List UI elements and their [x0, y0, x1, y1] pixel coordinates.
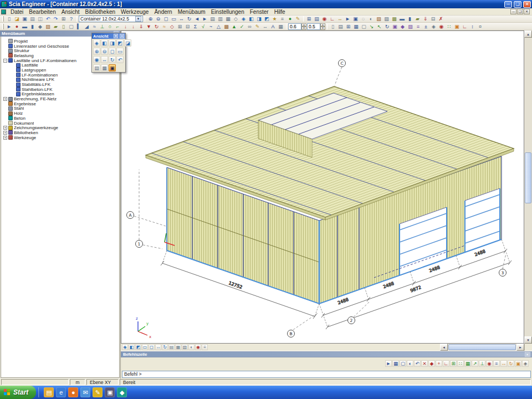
- internet-explorer-icon[interactable]: e: [56, 387, 66, 397]
- tree-item-beton[interactable]: Beton: [1, 116, 119, 121]
- libraries-icon[interactable]: ▣: [391, 23, 398, 30]
- import-icon[interactable]: ↖: [376, 23, 383, 30]
- close-button[interactable]: ✕: [523, 1, 531, 8]
- preview-icon[interactable]: ▤: [337, 23, 344, 30]
- snap-endpoint-icon[interactable]: ✕: [421, 360, 428, 367]
- zoom-selection-icon[interactable]: ◉: [93, 56, 100, 63]
- moment-load-icon[interactable]: ↻: [153, 23, 160, 30]
- menu-aendern[interactable]: Ändern: [151, 9, 175, 15]
- wireframe-icon[interactable]: ▤: [168, 344, 175, 350]
- undo-icon[interactable]: ↶: [44, 16, 52, 22]
- dimension-line-icon[interactable]: ↔: [262, 23, 269, 30]
- connection-icon[interactable]: ∞: [246, 23, 253, 30]
- view-xz-icon[interactable]: ◧: [101, 39, 108, 47]
- scroll-right-icon[interactable]: ►: [516, 344, 524, 351]
- explorer-icon[interactable]: ▤: [44, 387, 54, 397]
- chevron-down-icon[interactable]: ▼: [114, 34, 118, 38]
- measure-icon[interactable]: ↔: [336, 16, 344, 22]
- zoom-all-icon[interactable]: ▭: [116, 48, 124, 55]
- column-icon[interactable]: ▮: [406, 16, 413, 22]
- zoom-window-icon[interactable]: ◻: [149, 344, 155, 350]
- side-view-icon[interactable]: ◨: [255, 16, 263, 22]
- plate-icon[interactable]: ▰: [52, 23, 59, 30]
- snap-intersection-icon[interactable]: +: [436, 360, 442, 367]
- support-icon[interactable]: ⊥: [99, 23, 106, 30]
- layers-icon[interactable]: ≡: [279, 16, 286, 22]
- close-icon[interactable]: ✕: [120, 34, 124, 38]
- steel-check-icon[interactable]: ✓: [238, 23, 245, 30]
- surface-load-icon[interactable]: ▼: [145, 23, 152, 30]
- tree-item-zeichnungswerkzeuge[interactable]: + Zeichnungswerkzeuge: [1, 125, 119, 130]
- selection-mode-icon[interactable]: ►: [6, 23, 13, 30]
- snap-settings-icon[interactable]: ◉: [195, 344, 201, 350]
- print-icon[interactable]: ▤: [29, 16, 36, 22]
- mesh-icon[interactable]: ⊞: [176, 23, 183, 30]
- calculate-icon[interactable]: Σ: [192, 23, 199, 30]
- top-view-icon[interactable]: ◩: [263, 16, 270, 22]
- media-player-icon[interactable]: ▣: [105, 387, 115, 397]
- ucs-icon[interactable]: ∟: [329, 16, 336, 22]
- visibility-icon[interactable]: ●: [287, 16, 294, 22]
- line-grid-icon[interactable]: ▦: [464, 360, 471, 367]
- spin-down-icon[interactable]: ▼: [301, 27, 306, 30]
- firefox-icon[interactable]: ●: [68, 387, 78, 397]
- chevron-down-icon[interactable]: ▼: [135, 16, 141, 22]
- new-project-icon[interactable]: ▯: [6, 16, 13, 22]
- units-icon[interactable]: ±: [422, 23, 429, 30]
- options-icon[interactable]: ◈: [430, 23, 437, 30]
- ucs-move-icon[interactable]: ↔: [500, 360, 507, 367]
- arbitrary-beam-icon[interactable]: ≈: [91, 23, 98, 30]
- previous-zoom-icon[interactable]: ↶: [116, 56, 124, 63]
- perspective-icon[interactable]: ◇: [232, 16, 239, 22]
- restore-button[interactable]: ❏: [514, 1, 521, 8]
- model-canvas[interactable]: 12752 2488 2488 2488 2488: [121, 30, 524, 344]
- hide-selection-icon[interactable]: ◌: [360, 16, 367, 22]
- snap-mode-icon[interactable]: ◉: [321, 16, 328, 22]
- zoom-in-icon[interactable]: ⊕: [93, 48, 100, 55]
- child-close-button[interactable]: ✕: [524, 9, 530, 14]
- pan-icon[interactable]: ↔: [101, 56, 108, 63]
- tree-item-werkzeuge[interactable]: + Werkzeuge: [1, 135, 119, 140]
- tree-item-stabilitaets-lfk[interactable]: Stabilitäts-LFK: [1, 82, 119, 87]
- menu-werkzeuge[interactable]: Werkzeuge: [118, 9, 151, 15]
- tree-expand-icon[interactable]: +: [3, 97, 7, 101]
- tree-item-ergebnisse[interactable]: Ergebnisse: [1, 101, 119, 106]
- cross-section-icon[interactable]: ◆: [37, 23, 44, 30]
- shaded-icon[interactable]: ▦: [224, 16, 232, 22]
- panel-close-icon[interactable]: ✕: [525, 352, 530, 357]
- next-view-icon[interactable]: ►: [201, 16, 208, 22]
- zoom-out-icon[interactable]: ⊖: [155, 16, 162, 22]
- tree-expand-icon[interactable]: −: [3, 59, 7, 63]
- ucs-rotate-icon[interactable]: ↻: [508, 360, 514, 367]
- menu-menuebaum[interactable]: Menübaum: [175, 9, 208, 15]
- selection-mode-icon[interactable]: ►: [385, 360, 392, 367]
- invert-selection-icon[interactable]: ◐: [407, 360, 413, 367]
- previous-selection-icon[interactable]: ↶: [414, 360, 421, 367]
- rotate-view-icon[interactable]: ↻: [109, 56, 116, 63]
- zoom-in-icon[interactable]: ⊕: [147, 16, 154, 22]
- grid-icon[interactable]: ∷: [446, 23, 453, 30]
- table-icon[interactable]: ⊞: [345, 23, 352, 30]
- clip-box-icon[interactable]: ▧: [182, 344, 188, 350]
- deselect-all-icon[interactable]: ▢: [400, 360, 406, 367]
- text-icon[interactable]: A: [269, 23, 277, 30]
- scia-engineer-icon[interactable]: ◆: [117, 387, 127, 397]
- cursor-snap-icon[interactable]: ◉: [486, 360, 493, 367]
- tree-item-nichtlineare-lfk[interactable]: Nichtlineare LFK: [1, 78, 119, 83]
- working-plane-ic[interactable]: ▣: [453, 23, 461, 30]
- tracking-icon[interactable]: ↗: [472, 360, 478, 367]
- select-by-property-icon[interactable]: ▣: [352, 16, 359, 22]
- tree-item-berechnung-fe-netz[interactable]: + Berechnung, FE-Netz: [1, 96, 119, 101]
- free-load-icon[interactable]: ◇: [168, 23, 176, 30]
- dot-grid-icon[interactable]: ∷: [457, 360, 464, 367]
- scale-input-1[interactable]: ▲▼: [288, 23, 306, 30]
- scrollbar-thumb[interactable]: [525, 152, 531, 203]
- scale-input-1-spinner[interactable]: ▲▼: [301, 23, 306, 30]
- load-icon[interactable]: ⇓: [422, 16, 429, 22]
- update-icon[interactable]: ↻: [383, 23, 391, 30]
- ansicht-palette-titlebar[interactable]: Ansicht ▼ ✕: [92, 33, 125, 39]
- top-view-icon[interactable]: ◩: [135, 344, 141, 350]
- render-icon[interactable]: ▦: [101, 64, 108, 71]
- gallery-icon[interactable]: ▦: [352, 23, 360, 30]
- snap-midpoint-icon[interactable]: ◆: [428, 360, 435, 367]
